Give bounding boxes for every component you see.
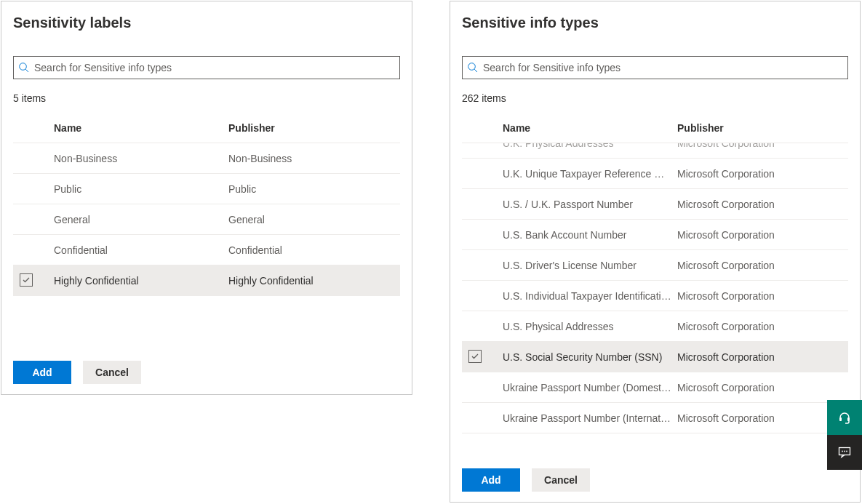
table: Name Publisher Non-BusinessNon-BusinessP… bbox=[1, 113, 412, 296]
svg-rect-5 bbox=[847, 417, 850, 421]
row-name: U.S. Bank Account Number bbox=[503, 229, 677, 241]
table-row[interactable]: U.S. Bank Account NumberMicrosoft Corpor… bbox=[462, 220, 848, 250]
svg-point-9 bbox=[846, 451, 847, 452]
row-publisher: Microsoft Corporation bbox=[677, 260, 848, 271]
table-row[interactable]: U.K. Physical AddressesMicrosoft Corpora… bbox=[462, 143, 848, 159]
table-row[interactable]: U.K. Unique Taxpayer Reference NumberMic… bbox=[462, 159, 848, 189]
row-name: U.S. Physical Addresses bbox=[503, 321, 677, 332]
search-input[interactable] bbox=[479, 62, 843, 73]
col-name[interactable]: Name bbox=[54, 122, 228, 134]
table-row[interactable]: Non-BusinessNon-Business bbox=[13, 143, 400, 174]
headset-icon bbox=[837, 410, 852, 425]
help-button[interactable] bbox=[827, 400, 862, 435]
row-publisher: Confidential bbox=[228, 244, 400, 256]
search-box[interactable] bbox=[13, 56, 400, 79]
add-button[interactable]: Add bbox=[13, 361, 71, 384]
chat-icon bbox=[837, 445, 852, 460]
table: Name Publisher U.K. Physical AddressesMi… bbox=[462, 113, 848, 450]
row-name: U.S. Driver's License Number bbox=[503, 260, 677, 271]
row-name: U.S. / U.K. Passport Number bbox=[503, 199, 677, 210]
row-publisher: Microsoft Corporation bbox=[677, 351, 848, 363]
svg-point-2 bbox=[468, 63, 476, 71]
svg-point-8 bbox=[844, 451, 845, 452]
svg-point-7 bbox=[842, 451, 843, 452]
checkbox[interactable] bbox=[20, 273, 33, 287]
row-publisher: Public bbox=[228, 183, 400, 195]
row-name: Ukraine Passport Number (Domestic) bbox=[503, 382, 677, 393]
table-row[interactable]: U.S. Driver's License NumberMicrosoft Co… bbox=[462, 250, 848, 281]
row-publisher: General bbox=[228, 214, 400, 225]
row-name: General bbox=[54, 214, 228, 225]
row-publisher: Microsoft Corporation bbox=[677, 168, 848, 180]
svg-line-1 bbox=[25, 69, 28, 72]
add-button[interactable]: Add bbox=[462, 468, 520, 492]
table-row[interactable]: U.S. / U.K. Passport NumberMicrosoft Cor… bbox=[462, 189, 848, 220]
item-count: 262 items bbox=[450, 79, 860, 113]
sensitive-info-types-panel: Sensitive info types 262 items Name Publ… bbox=[450, 1, 861, 503]
row-publisher: Microsoft Corporation bbox=[677, 321, 848, 332]
panel-title: Sensitive info types bbox=[450, 1, 860, 31]
svg-rect-4 bbox=[839, 417, 842, 421]
table-row[interactable]: Ukraine Passport Number (Domestic)Micros… bbox=[462, 372, 848, 403]
svg-line-3 bbox=[474, 69, 477, 72]
feedback-button[interactable] bbox=[827, 435, 862, 470]
table-row[interactable]: GeneralGeneral bbox=[13, 204, 400, 235]
cancel-button[interactable]: Cancel bbox=[532, 468, 590, 492]
row-name: Highly Confidential bbox=[54, 275, 228, 287]
button-row: Add Cancel bbox=[450, 468, 602, 492]
item-count: 5 items bbox=[1, 79, 412, 113]
checkbox[interactable] bbox=[468, 350, 482, 363]
row-publisher: Microsoft Corporation bbox=[677, 229, 848, 241]
table-row[interactable]: Highly ConfidentialHighly Confidential bbox=[13, 265, 400, 296]
button-row: Add Cancel bbox=[1, 361, 153, 384]
row-publisher: Microsoft Corporation bbox=[677, 412, 848, 424]
table-header: Name Publisher bbox=[462, 113, 848, 143]
row-publisher: Microsoft Corporation bbox=[677, 290, 848, 302]
row-name: U.K. Physical Addresses bbox=[503, 143, 677, 149]
search-icon bbox=[467, 62, 479, 73]
row-publisher: Microsoft Corporation bbox=[677, 143, 848, 149]
cancel-button[interactable]: Cancel bbox=[83, 361, 141, 384]
row-name: Non-Business bbox=[54, 153, 228, 164]
row-name: Confidential bbox=[54, 244, 228, 256]
search-icon bbox=[18, 62, 30, 73]
panel-title: Sensitivity labels bbox=[1, 1, 412, 31]
table-row[interactable]: Ukraine Passport Number (International)M… bbox=[462, 403, 848, 433]
table-row[interactable]: U.S. Physical AddressesMicrosoft Corpora… bbox=[462, 311, 848, 342]
table-row[interactable]: PublicPublic bbox=[13, 174, 400, 204]
table-row[interactable]: U.S. Individual Taxpayer Identification … bbox=[462, 281, 848, 311]
search-input[interactable] bbox=[30, 62, 395, 73]
row-name: U.S. Social Security Number (SSN) bbox=[503, 351, 677, 363]
row-name: U.S. Individual Taxpayer Identification … bbox=[503, 290, 677, 302]
row-publisher: Highly Confidential bbox=[228, 275, 400, 287]
table-row[interactable]: ConfidentialConfidential bbox=[13, 235, 400, 265]
row-publisher: Microsoft Corporation bbox=[677, 199, 848, 210]
table-row[interactable]: U.S. Social Security Number (SSN)Microso… bbox=[462, 342, 848, 372]
row-name: Public bbox=[54, 183, 228, 195]
svg-point-0 bbox=[20, 63, 27, 71]
col-publisher[interactable]: Publisher bbox=[228, 122, 400, 134]
col-name[interactable]: Name bbox=[503, 122, 677, 134]
sensitivity-labels-panel: Sensitivity labels 5 items Name Publishe… bbox=[1, 1, 412, 395]
row-publisher: Non-Business bbox=[228, 153, 400, 164]
col-publisher[interactable]: Publisher bbox=[677, 122, 848, 134]
table-header: Name Publisher bbox=[13, 113, 400, 143]
row-name: Ukraine Passport Number (International) bbox=[503, 412, 677, 424]
row-publisher: Microsoft Corporation bbox=[677, 382, 848, 393]
search-box[interactable] bbox=[462, 56, 848, 79]
row-name: U.K. Unique Taxpayer Reference Number bbox=[503, 168, 677, 180]
